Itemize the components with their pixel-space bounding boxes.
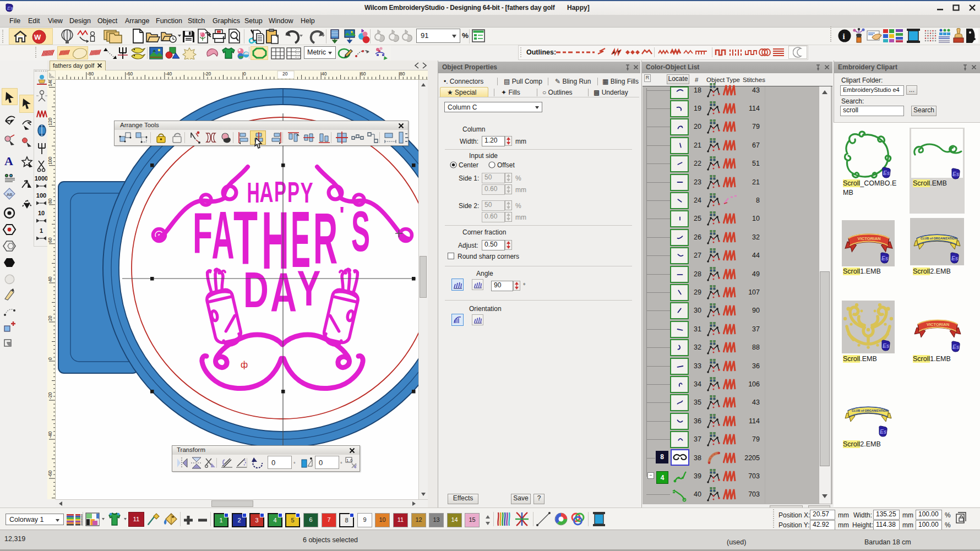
svg-text:-80: -80 bbox=[87, 71, 94, 77]
svg-text:120: 120 bbox=[47, 118, 53, 126]
svg-text:Es: Es bbox=[880, 429, 887, 435]
svg-text:Es: Es bbox=[7, 6, 13, 11]
svg-text:A: A bbox=[211, 198, 234, 273]
svg-text:i: i bbox=[843, 32, 845, 41]
svg-text:140: 140 bbox=[47, 80, 53, 86]
svg-text:F: F bbox=[193, 201, 213, 265]
svg-text:Es: Es bbox=[883, 343, 890, 349]
svg-text:CLUB of ORGANIZATION: CLUB of ORGANIZATION bbox=[921, 237, 957, 240]
svg-text:A: A bbox=[270, 261, 297, 323]
svg-text:ф: ф bbox=[241, 360, 248, 369]
svg-text:': ' bbox=[339, 203, 345, 227]
svg-text:-60: -60 bbox=[126, 71, 133, 77]
svg-text:-20: -20 bbox=[47, 392, 53, 399]
svg-text:20: 20 bbox=[47, 315, 53, 321]
svg-text:A: A bbox=[4, 154, 13, 167]
svg-text:40: 40 bbox=[322, 71, 327, 77]
svg-text:D: D bbox=[243, 263, 269, 317]
svg-text:Es: Es bbox=[951, 255, 959, 261]
svg-text:-20: -20 bbox=[204, 71, 211, 77]
svg-text:40: 40 bbox=[47, 276, 53, 282]
svg-text:VICTORIAN: VICTORIAN bbox=[927, 322, 949, 327]
svg-text:20: 20 bbox=[282, 71, 288, 77]
svg-text:0: 0 bbox=[47, 357, 53, 360]
svg-text:80: 80 bbox=[47, 198, 53, 204]
svg-text:Es: Es bbox=[952, 171, 960, 177]
svg-text:AB: AB bbox=[7, 192, 13, 197]
svg-text:100: 100 bbox=[47, 157, 53, 165]
svg-text:0: 0 bbox=[243, 71, 246, 77]
svg-text:S: S bbox=[351, 199, 370, 263]
svg-text:60: 60 bbox=[361, 71, 366, 77]
svg-text:80: 80 bbox=[400, 71, 405, 77]
svg-text:-60: -60 bbox=[47, 470, 53, 477]
svg-text:60: 60 bbox=[47, 237, 53, 243]
svg-text:-40: -40 bbox=[165, 71, 172, 77]
svg-text:1.0: 1.0 bbox=[346, 458, 353, 463]
svg-text:Es: Es bbox=[952, 344, 960, 350]
svg-text:-40: -40 bbox=[47, 431, 53, 438]
svg-text:W: W bbox=[34, 33, 41, 41]
svg-text:Y: Y bbox=[297, 260, 321, 316]
svg-text:CLUB of ORGANIZATION: CLUB of ORGANIZATION bbox=[852, 409, 888, 412]
svg-text:Es: Es bbox=[881, 255, 889, 261]
svg-text:Es: Es bbox=[883, 170, 890, 176]
svg-text:VICTORIAN: VICTORIAN bbox=[858, 236, 881, 241]
